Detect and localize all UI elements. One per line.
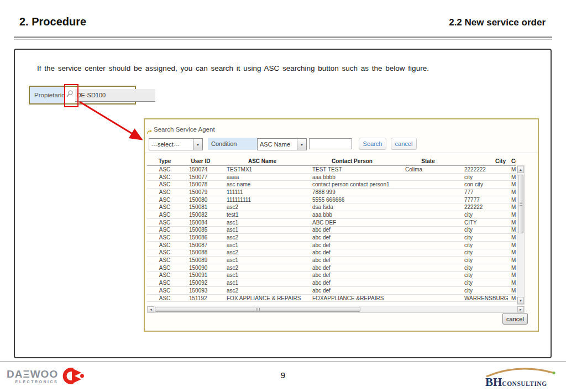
- bh-consulting-logo: BHCONSULTING: [483, 363, 559, 389]
- bullet-icon: [147, 127, 152, 137]
- table-cell: MX: [508, 196, 516, 203]
- table-cell: abc def: [306, 279, 399, 287]
- page-number: 9: [0, 370, 566, 380]
- table-cell: MX: [508, 226, 516, 234]
- table-row[interactable]: ASC150074TESTMX1TEST TESTColima2222222MX: [147, 166, 516, 174]
- table-cell: asc1: [219, 218, 306, 226]
- table-row[interactable]: ASC150084asc1ABC DEFCITYMX: [147, 218, 516, 226]
- table-row[interactable]: ASC150078asc namecontact person contact …: [147, 181, 516, 189]
- table-row[interactable]: ASC150087asc1abc defcityMX: [147, 241, 516, 249]
- table-cell: TEST TEST: [306, 166, 399, 174]
- table-cell: city: [458, 271, 508, 279]
- table-cell: asc2: [219, 234, 306, 242]
- table-cell: [399, 196, 458, 203]
- table-cell: 150090: [182, 264, 219, 271]
- table-cell: 151192: [182, 294, 219, 302]
- table-cell: city: [458, 287, 508, 295]
- bh-wordmark: BH: [485, 375, 502, 389]
- instruction-text: If the service center should be assigned…: [37, 64, 429, 72]
- table-cell: 150079: [182, 189, 219, 196]
- table-cell: ASC: [147, 196, 182, 203]
- table-cell: 150092: [182, 279, 219, 287]
- horizontal-scroll-thumb[interactable]: [155, 307, 360, 312]
- search-button[interactable]: Search: [359, 138, 386, 150]
- table-cell: [399, 211, 458, 219]
- table-cell: [399, 249, 458, 257]
- table-cell: city: [458, 241, 508, 249]
- table-cell: CITY: [458, 218, 508, 226]
- type-select[interactable]: ---select--- ▼: [149, 138, 203, 150]
- scroll-up-icon[interactable]: ▲: [517, 166, 524, 173]
- table-cell: aaa bbb: [306, 211, 399, 219]
- table-cell: ASC: [147, 173, 182, 181]
- cancel-button-top[interactable]: cancel: [391, 138, 417, 150]
- table-row[interactable]: ASC150093asc2abc defcityMX: [147, 287, 516, 295]
- table-cell: 222222: [458, 203, 508, 211]
- header-divider: [14, 36, 552, 40]
- table-cell: 150078: [182, 181, 219, 189]
- table-row[interactable]: ASC150086asc2abc defcityMX: [147, 234, 516, 242]
- table-row[interactable]: ASC150092asc1abc defcityMX: [147, 279, 516, 287]
- slide: 2. Procedure 2.2 New service order If th…: [0, 0, 566, 392]
- table-cell: MX: [508, 271, 516, 279]
- table-cell: city: [458, 257, 508, 264]
- scroll-right-icon[interactable]: ►: [517, 306, 524, 312]
- table-cell: city: [458, 226, 508, 234]
- table-cell: 150074: [182, 166, 219, 174]
- table-cell: 150082: [182, 211, 219, 219]
- table-cell: MX: [508, 234, 516, 242]
- table-cell: [399, 234, 458, 242]
- table-cell: ASC: [147, 189, 182, 196]
- table-cell: Colima: [399, 166, 458, 174]
- search-term-input[interactable]: [309, 138, 352, 149]
- scroll-down-icon[interactable]: ▼: [517, 297, 524, 304]
- table-cell: [399, 218, 458, 226]
- table-row[interactable]: ASC150085asc1abc defcityMX: [147, 226, 516, 234]
- controls-separator: [145, 153, 538, 153]
- cancel-button-bottom[interactable]: cancel: [502, 313, 528, 325]
- table-row[interactable]: ASC1500801111111115555 66666677777MX: [147, 196, 516, 203]
- horizontal-scrollbar[interactable]: ◄ ►: [147, 306, 525, 313]
- table-row[interactable]: ASC150088asc2abc defcityMX: [147, 249, 516, 257]
- table-cell: ASC: [147, 241, 182, 249]
- table-cell: ABC DEF: [306, 218, 399, 226]
- table-row[interactable]: ASC150082test1aaa bbbcityMX: [147, 211, 516, 219]
- table-row[interactable]: ASC150077aaaaaaa bbbbcityMX: [147, 173, 516, 181]
- table-row[interactable]: ASC150090asc2abc defcityMX: [147, 264, 516, 271]
- condition-select[interactable]: ASC Name ▼: [257, 138, 307, 150]
- table-cell: ASC: [147, 226, 182, 234]
- table-row[interactable]: ASC151192FOX APPLIANCE & REPAIRSFOXAPPLI…: [147, 294, 516, 302]
- table-cell: aaaa: [219, 173, 306, 181]
- vertical-scroll-thumb[interactable]: [518, 175, 523, 233]
- table-cell: ASC: [147, 294, 182, 302]
- table-cell: MX: [508, 287, 516, 295]
- table-row[interactable]: ASC150089asc1abc defcityMX: [147, 257, 516, 264]
- table-cell: ASC: [147, 249, 182, 257]
- table-cell: MX: [508, 264, 516, 271]
- table-cell: 150086: [182, 234, 219, 242]
- table-row[interactable]: ASC150091asc1abc defcityMX: [147, 271, 516, 279]
- table-cell: ASC: [147, 211, 182, 219]
- vertical-scrollbar[interactable]: ▲ ▼: [517, 165, 525, 305]
- table-cell: [399, 264, 458, 271]
- table-cell: [399, 294, 458, 302]
- table-cell: 150091: [182, 271, 219, 279]
- table-row[interactable]: ASC1500791111117888 999777MX: [147, 189, 516, 196]
- table-cell: WARRENSBURG: [458, 294, 508, 302]
- table-cell: 150089: [182, 257, 219, 264]
- table-cell: asc1: [219, 257, 306, 264]
- column-header: Type: [147, 157, 182, 166]
- table-cell: asc1: [219, 241, 306, 249]
- column-header: State: [399, 157, 458, 166]
- table-cell: ASC: [147, 166, 182, 174]
- table-cell: 150088: [182, 249, 219, 257]
- table-cell: ASC: [147, 279, 182, 287]
- table-row[interactable]: ASC150081asc2dsa fsda222222MX: [147, 203, 516, 211]
- table-cell: 7888 999: [306, 189, 399, 196]
- table-cell: 150085: [182, 226, 219, 234]
- table-cell: [399, 181, 458, 189]
- page-title: 2. Procedure: [19, 15, 86, 28]
- scroll-left-icon[interactable]: ◄: [148, 306, 154, 312]
- table-cell: abc def: [306, 226, 399, 234]
- condition-label: Condition: [208, 138, 257, 150]
